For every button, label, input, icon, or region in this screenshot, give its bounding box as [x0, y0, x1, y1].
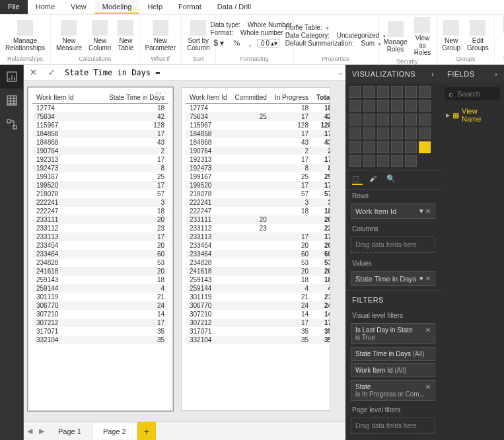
rows-well-item[interactable]: Work Item Id▾ ✕ — [351, 203, 435, 219]
viz-type-icon[interactable] — [349, 86, 361, 98]
viz-type-icon[interactable] — [363, 128, 375, 139]
values-well-item[interactable]: State Time in Days▾ ✕ — [351, 271, 435, 286]
tab-help[interactable]: Help — [139, 0, 170, 14]
table-row[interactable]: 23311120 — [32, 215, 168, 224]
viz-type-icon[interactable] — [363, 141, 375, 153]
table-row[interactable]: 18486843 — [32, 138, 168, 147]
view-as-roles-button[interactable]: View as Roles — [412, 16, 434, 57]
viz-type-icon[interactable] — [377, 155, 389, 167]
table-row[interactable]: 2222471818 — [186, 207, 330, 215]
new-table-button[interactable]: New Table — [115, 18, 136, 53]
remove-row-button[interactable]: ✕ — [425, 207, 431, 215]
table-row[interactable]: 31707135 — [32, 327, 168, 336]
viz-type-icon[interactable] — [377, 86, 389, 98]
filter-card[interactable]: ✕Is Last Day in Stateis True — [351, 323, 435, 344]
data-category-dropdown[interactable]: Data Category: Uncategorized — [285, 32, 386, 39]
table-row[interactable]: 7563442 — [32, 112, 168, 121]
filter-card[interactable]: Work Item Id (All) — [351, 363, 435, 377]
table-row[interactable]: 23482853 — [32, 258, 168, 267]
tab-data-drill[interactable]: Data / Drill — [209, 0, 259, 14]
model-view-button[interactable] — [0, 112, 23, 136]
viz-type-icon[interactable] — [363, 100, 375, 112]
table-row[interactable]: 115967128128 — [186, 121, 330, 129]
table-row[interactable]: 1848581717 — [186, 129, 330, 138]
table-row[interactable]: 2416182020 — [186, 267, 330, 275]
tab-modeling[interactable]: Modeling — [94, 0, 140, 14]
add-page-button[interactable]: + — [137, 422, 156, 441]
formula-commit-button[interactable]: ✓ — [42, 67, 61, 77]
viz-type-icon[interactable] — [405, 114, 417, 126]
visual-options-icon[interactable]: ▭ ⋯ — [155, 89, 170, 96]
tab-view[interactable]: View — [63, 0, 94, 14]
currency-button[interactable]: $ ▾ — [210, 37, 227, 50]
table-row[interactable]: 21807857 — [32, 190, 168, 198]
table-row[interactable]: 1923131717 — [186, 155, 330, 164]
table-row[interactable]: 3072101414 — [186, 310, 330, 318]
table-row[interactable]: 1995201717 — [186, 181, 330, 190]
viz-type-icon[interactable] — [419, 86, 431, 98]
table-row[interactable]: 33210435 — [32, 336, 168, 344]
viz-type-icon[interactable] — [405, 141, 417, 153]
table-row[interactable]: 30111921 — [32, 293, 168, 301]
table-row[interactable]: 18485817 — [32, 129, 168, 138]
table-row[interactable]: 115967128 — [32, 121, 168, 129]
tab-home[interactable]: Home — [28, 0, 63, 14]
field-table-item[interactable]: ▶ ▦ View Name — [441, 104, 504, 126]
new-column-button[interactable]: New Column — [86, 18, 114, 53]
table-row[interactable]: 19076422 — [186, 147, 330, 155]
matrix-visual-2[interactable]: Work Item IdCommittedIn ProgressTotal127… — [181, 87, 330, 411]
formula-input[interactable] — [61, 67, 335, 79]
decimals-spinner[interactable]: .0 0 ▴▾ — [257, 39, 279, 48]
viz-type-icon[interactable] — [391, 155, 403, 167]
new-measure-button[interactable]: New Measure — [54, 18, 85, 53]
viz-type-icon[interactable] — [363, 114, 375, 126]
new-group-button[interactable]: New Group — [439, 18, 463, 53]
page-tab-page-2[interactable]: Page 2 — [92, 423, 137, 439]
table-row[interactable]: 75634251742 — [186, 112, 330, 121]
format-tab-icon[interactable]: 🖌 — [369, 174, 380, 185]
viz-type-icon[interactable] — [391, 86, 403, 98]
edit-groups-button[interactable]: Edit Groups — [464, 18, 491, 53]
viz-type-icon[interactable] — [363, 155, 375, 167]
table-row[interactable]: 23311223 — [32, 224, 168, 233]
table-row[interactable]: 2334542020 — [186, 241, 330, 250]
table-row[interactable]: 19247388 — [186, 164, 330, 172]
table-row[interactable]: 24161820 — [32, 267, 168, 275]
viz-type-icon[interactable] — [419, 100, 431, 112]
table-row[interactable]: 1848684343 — [186, 138, 330, 147]
table-row[interactable]: 22224718 — [32, 207, 168, 215]
percent-button[interactable]: % — [230, 37, 243, 50]
table-row[interactable]: 2331131717 — [186, 233, 330, 241]
fields-search[interactable]: ⌕ — [445, 87, 500, 100]
viz-type-icon[interactable] — [391, 114, 403, 126]
viz-type-icon[interactable] — [405, 86, 417, 98]
table-row[interactable]: 22224133 — [186, 198, 330, 207]
table-row[interactable]: 2331122323 — [186, 224, 330, 233]
remove-value-button[interactable]: ✕ — [425, 275, 431, 282]
viz-type-icon[interactable] — [377, 141, 389, 153]
new-parameter-button[interactable]: New Parameter — [142, 18, 178, 53]
remove-filter-button[interactable]: ✕ — [425, 383, 431, 390]
table-row[interactable]: 23345420 — [32, 241, 168, 250]
fields-header[interactable]: FIELDS› — [441, 65, 504, 83]
viz-type-icon[interactable] — [405, 155, 417, 167]
filter-card[interactable]: ✕Stateis In Progress or Com... — [351, 380, 435, 401]
viz-type-icon[interactable] — [349, 155, 361, 167]
comma-button[interactable]: , — [246, 37, 254, 50]
viz-type-icon[interactable] — [419, 141, 431, 153]
table-row[interactable]: 2331112020 — [186, 215, 330, 224]
table-row[interactable]: 30721217 — [32, 318, 168, 327]
table-row[interactable]: 2591431818 — [186, 275, 330, 284]
table-row[interactable]: 1277418 — [32, 104, 168, 113]
viz-type-icon[interactable] — [419, 114, 431, 126]
mark-as-date-table-button[interactable]: Mark as Date Table — [497, 16, 504, 65]
manage-relationships-button[interactable]: Manage Relationships — [3, 18, 48, 53]
table-row[interactable]: 3321043535 — [186, 336, 330, 344]
viz-type-icon[interactable] — [377, 100, 389, 112]
viz-type-icon[interactable] — [391, 141, 403, 153]
table-row[interactable]: 30721014 — [32, 310, 168, 318]
formula-expand-button[interactable]: ⌄ — [335, 68, 345, 77]
table-row[interactable]: 2348285353 — [186, 258, 330, 267]
table-row[interactable]: 3067702424 — [186, 301, 330, 310]
viz-type-icon[interactable] — [405, 128, 417, 139]
